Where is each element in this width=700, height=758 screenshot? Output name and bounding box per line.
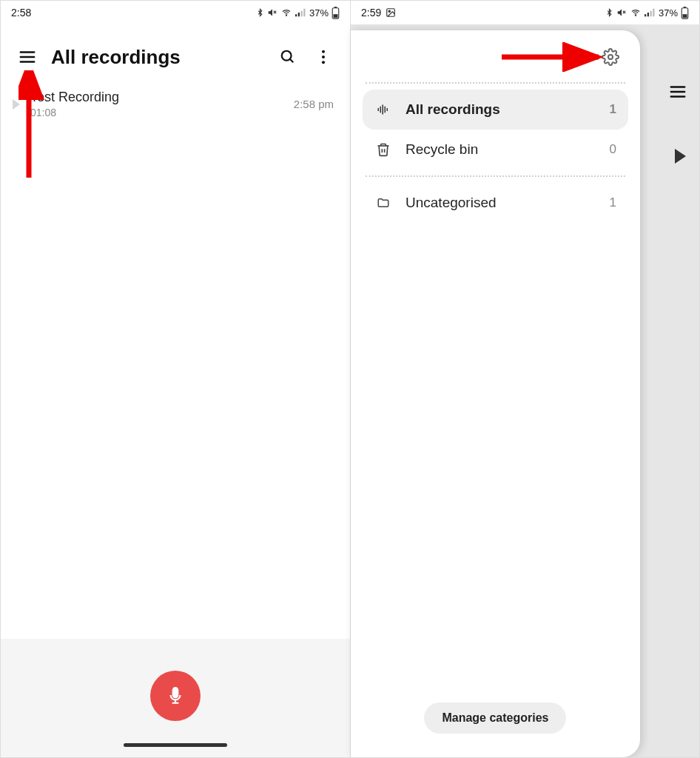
search-button[interactable]	[276, 45, 300, 69]
signal-icon	[645, 8, 656, 17]
svg-point-26	[635, 15, 636, 16]
battery-percent: 37%	[659, 7, 678, 19]
svg-rect-3	[295, 14, 297, 16]
svg-point-37	[608, 55, 613, 59]
svg-rect-6	[303, 9, 305, 17]
svg-rect-9	[334, 7, 337, 8]
drawer-item-label: All recordings	[405, 101, 500, 118]
waveform-icon	[374, 103, 392, 116]
drawer-item-count: 1	[609, 195, 616, 210]
gallery-notif-icon	[386, 7, 396, 18]
mute-icon	[616, 7, 627, 18]
battery-icon	[332, 7, 340, 19]
folder-icon	[374, 196, 392, 209]
microphone-icon	[166, 686, 185, 705]
status-bar: 2:58 37%	[1, 1, 350, 24]
svg-rect-8	[334, 14, 338, 18]
drawer-item-recycle-bin[interactable]: Recycle bin 0	[363, 130, 628, 170]
manage-categories-button[interactable]: Manage categories	[424, 702, 566, 734]
drawer-item-all-recordings[interactable]: All recordings 1	[363, 90, 628, 130]
phone-screenshot-right: 2:59 37% All r	[350, 1, 699, 757]
search-icon	[280, 49, 296, 65]
svg-rect-18	[173, 688, 178, 697]
settings-button[interactable]	[599, 45, 622, 69]
navigation-drawer: All recordings 1 Recycle bin 0 Uncategor…	[351, 30, 640, 757]
svg-point-15	[322, 50, 325, 53]
wifi-icon	[630, 8, 642, 17]
svg-line-14	[290, 59, 294, 63]
play-icon	[13, 99, 20, 110]
signal-icon	[295, 8, 306, 17]
svg-point-16	[322, 56, 325, 58]
svg-rect-28	[647, 13, 649, 16]
bluetooth-icon	[256, 7, 264, 18]
status-bar: 2:59 37%	[351, 1, 699, 24]
svg-point-23	[388, 10, 390, 12]
phone-screenshot-left: 2:58 37% All recordings Test Recording 0	[1, 1, 350, 757]
hamburger-icon	[19, 50, 36, 64]
more-options-button[interactable]	[312, 45, 335, 69]
status-icons: 37%	[605, 7, 689, 19]
more-vertical-icon	[321, 49, 326, 65]
recording-item[interactable]: Test Recording 01:08 2:58 pm	[8, 82, 343, 126]
svg-rect-33	[684, 7, 686, 8]
nav-home-pill[interactable]	[124, 743, 227, 747]
drawer-item-label: Recycle bin	[405, 141, 478, 158]
drawer-item-count: 1	[609, 102, 616, 117]
background-play-icon	[675, 149, 686, 164]
status-time: 2:58	[11, 7, 31, 19]
recording-list: Test Recording 01:08 2:58 pm	[1, 82, 350, 639]
gear-icon	[602, 48, 619, 66]
drawer-item-uncategorised[interactable]: Uncategorised 1	[363, 183, 628, 223]
recording-time: 2:58 pm	[294, 98, 334, 110]
svg-point-17	[322, 61, 325, 64]
battery-percent: 37%	[309, 7, 329, 19]
status-time: 2:59	[361, 7, 381, 19]
svg-rect-32	[683, 14, 687, 18]
separator	[366, 82, 625, 84]
mute-icon	[267, 7, 277, 18]
svg-point-13	[282, 51, 292, 61]
svg-point-2	[286, 15, 286, 16]
svg-rect-30	[653, 9, 654, 17]
status-icons: 37%	[256, 7, 340, 19]
hamburger-menu-button[interactable]	[16, 45, 39, 69]
drawer-item-label: Uncategorised	[405, 195, 497, 211]
drawer-item-count: 0	[609, 142, 616, 157]
record-button[interactable]	[150, 671, 201, 721]
background-hamburger-icon	[670, 85, 686, 101]
svg-rect-5	[300, 11, 302, 17]
svg-rect-27	[645, 14, 646, 16]
battery-icon	[681, 7, 689, 19]
svg-rect-29	[650, 11, 651, 17]
bottom-panel	[1, 639, 350, 757]
page-title: All recordings	[51, 46, 264, 69]
trash-icon	[374, 142, 392, 157]
bluetooth-icon	[605, 7, 613, 18]
separator	[366, 175, 625, 177]
recording-duration: 01:08	[30, 107, 283, 118]
recording-title: Test Recording	[30, 90, 283, 105]
wifi-icon	[280, 8, 292, 17]
app-header: All recordings	[1, 24, 350, 82]
svg-rect-4	[298, 13, 300, 16]
